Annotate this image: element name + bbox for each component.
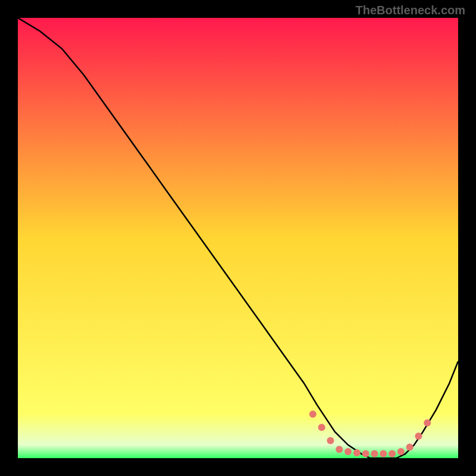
watermark-text: TheBottleneck.com: [356, 4, 465, 17]
marker-dot: [327, 437, 334, 444]
marker-dot: [415, 433, 422, 440]
marker-dot: [371, 450, 378, 458]
chart-svg: [18, 18, 458, 458]
marker-dot: [389, 450, 396, 458]
chart-plot-area: [18, 18, 458, 458]
marker-dot: [318, 424, 325, 431]
marker-dot: [345, 448, 352, 455]
marker-dot: [397, 448, 405, 455]
marker-dot: [362, 450, 369, 458]
marker-dot: [424, 419, 431, 427]
marker-dot: [353, 449, 361, 456]
marker-dot: [309, 411, 317, 418]
marker-dot: [406, 444, 414, 451]
gradient-background: [18, 18, 458, 458]
marker-dot: [336, 446, 343, 453]
marker-dot: [380, 450, 387, 458]
